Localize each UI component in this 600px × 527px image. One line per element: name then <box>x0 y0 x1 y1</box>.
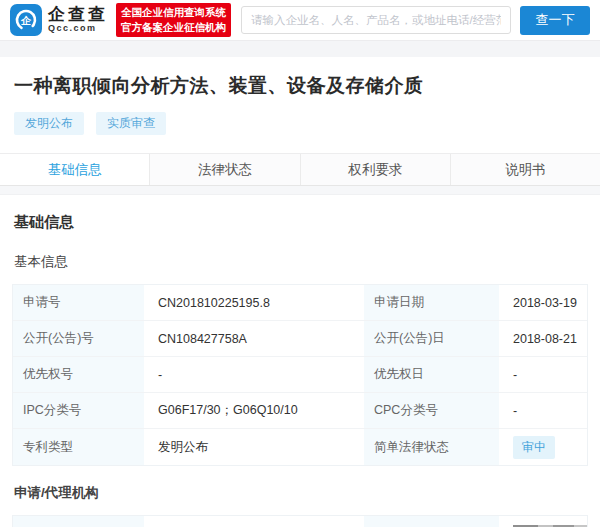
row-label: 申请号 <box>13 285 144 320</box>
application-number: CN201810225195.8 <box>144 285 364 320</box>
row-label: 申请(专利权)人 <box>13 516 144 527</box>
logo-domain: Qcc.com <box>48 24 108 34</box>
priority-date: - <box>499 357 587 392</box>
row-label: 公开(公告)日 <box>364 321 499 356</box>
patent-tag-row: 发明公布 实质审查 <box>14 112 586 135</box>
agency-table: 申请(专利权)人 深信服科技股份有限公司 发明人 <box>12 515 588 527</box>
row-label: 专利类型 <box>13 429 144 465</box>
top-header: 企 企查查 Qcc.com 全国企业信用查询系统 官方备案企业征信机构 查一下 <box>0 0 600 40</box>
official-badge-line2: 官方备案企业征信机构 <box>121 20 226 35</box>
logo-text[interactable]: 企查查 Qcc.com <box>48 6 108 35</box>
tab-basic-info[interactable]: 基础信息 <box>0 154 150 185</box>
cpc-classification: - <box>499 393 587 428</box>
table-row: 专利类型 发明公布 简单法律状态 审中 <box>13 429 587 465</box>
search-input[interactable] <box>241 6 511 34</box>
priority-number: - <box>144 357 364 392</box>
patent-title: 一种离职倾向分析方法、装置、设备及存储介质 <box>14 73 586 99</box>
tab-legal-status[interactable]: 法律状态 <box>150 154 300 185</box>
tabs-divider-band <box>0 186 600 195</box>
ipc-classification: G06F17/30；G06Q10/10 <box>144 393 364 428</box>
search-button[interactable]: 查一下 <box>520 6 590 35</box>
subsection-basic-info: 基本信息 <box>0 253 600 271</box>
row-label: IPC分类号 <box>13 393 144 428</box>
application-date: 2018-03-19 <box>499 285 587 320</box>
tag-substantive-examination: 实质审查 <box>96 112 166 135</box>
row-label: 发明人 <box>364 516 499 527</box>
table-row: IPC分类号 G06F17/30；G06Q10/10 CPC分类号 - <box>13 393 587 429</box>
tag-invention-publication: 发明公布 <box>14 112 84 135</box>
row-label: 公开(公告)号 <box>13 321 144 356</box>
publication-date: 2018-08-21 <box>499 321 587 356</box>
table-row: 申请号 CN201810225195.8 申请日期 2018-03-19 <box>13 285 587 321</box>
basic-info-table: 申请号 CN201810225195.8 申请日期 2018-03-19 公开(… <box>12 284 588 466</box>
row-label: 优先权号 <box>13 357 144 392</box>
tab-description[interactable]: 说明书 <box>451 154 600 185</box>
search-box: 查一下 <box>241 6 590 35</box>
row-label: CPC分类号 <box>364 393 499 428</box>
publication-number: CN108427758A <box>144 321 364 356</box>
inventor-cell <box>499 516 587 527</box>
header-divider-band <box>0 40 600 57</box>
qcc-logo-icon[interactable]: 企 <box>10 4 42 36</box>
main-content: 基础信息 基本信息 申请号 CN201810225195.8 申请日期 2018… <box>0 195 600 527</box>
section-agency-title: 申请/代理机构 <box>0 484 600 502</box>
section-basic-info-title: 基础信息 <box>0 213 600 232</box>
tab-claims[interactable]: 权利要求 <box>301 154 451 185</box>
legal-status-cell: 审中 <box>499 429 587 465</box>
official-badge: 全国企业信用查询系统 官方备案企业征信机构 <box>116 3 231 37</box>
table-row: 申请(专利权)人 深信服科技股份有限公司 发明人 <box>13 516 587 527</box>
svg-text:企: 企 <box>20 15 32 26</box>
logo-name-cn: 企查查 <box>48 6 108 25</box>
detail-tabs: 基础信息 法律状态 权利要求 说明书 <box>0 153 600 186</box>
row-label: 优先权日 <box>364 357 499 392</box>
row-label: 简单法律状态 <box>364 429 499 465</box>
official-badge-line1: 全国企业信用查询系统 <box>121 5 226 20</box>
patent-title-card: 一种离职倾向分析方法、装置、设备及存储介质 发明公布 实质审查 <box>0 57 600 153</box>
logo-spiral-icon: 企 <box>13 7 39 33</box>
table-row: 公开(公告)号 CN108427758A 公开(公告)日 2018-08-21 <box>13 321 587 357</box>
table-row: 优先权号 - 优先权日 - <box>13 357 587 393</box>
patent-type: 发明公布 <box>144 429 364 465</box>
applicant-cell: 深信服科技股份有限公司 <box>144 516 364 527</box>
status-badge: 审中 <box>513 436 555 459</box>
row-label: 申请日期 <box>364 285 499 320</box>
